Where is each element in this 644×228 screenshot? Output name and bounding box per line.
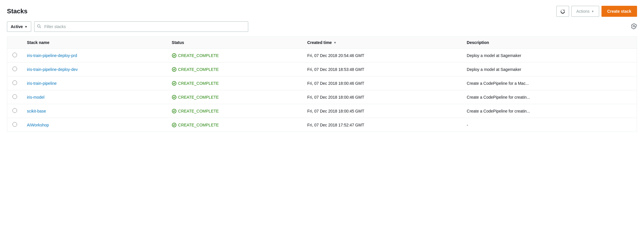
stack-link[interactable]: iris-train-pipeline-deploy-dev	[27, 67, 78, 72]
toolbar: Active ▼	[7, 21, 637, 32]
row-created: Fri, 07 Dec 2018 18:00:45 GMT	[303, 104, 462, 118]
row-description: Create a CodePipeline for a Mac...	[462, 76, 637, 90]
search-input[interactable]	[34, 21, 248, 32]
sort-arrow-icon: ▼	[334, 41, 336, 44]
row-status: CREATE_COMPLETE	[167, 49, 303, 62]
row-created: Fri, 07 Dec 2018 18:53:48 GMT	[303, 62, 462, 76]
stack-link[interactable]: iris-train-pipeline-deploy-prd	[27, 53, 77, 58]
actions-chevron-icon: ▼	[591, 10, 594, 13]
row-radio[interactable]	[12, 53, 17, 57]
settings-icon[interactable]	[631, 23, 637, 31]
row-select-cell[interactable]	[7, 49, 22, 62]
stacks-table: Stack name Status Created time ▼ Descrip…	[7, 37, 637, 132]
row-select-cell[interactable]	[7, 104, 22, 118]
search-icon	[37, 24, 41, 29]
filter-dropdown-button[interactable]: Active ▼	[7, 21, 31, 32]
row-select-cell[interactable]	[7, 118, 22, 132]
row-status: CREATE_COMPLETE	[167, 118, 303, 132]
row-select-cell[interactable]	[7, 76, 22, 90]
table-row: AIWorkshop CREATE_COMPLETE Fri, 07 Dec 2…	[7, 118, 637, 132]
search-wrapper	[34, 21, 248, 32]
col-select	[7, 37, 22, 49]
row-description: Deploy a model at Sagemaker	[462, 49, 637, 62]
status-text: CREATE_COMPLETE	[178, 53, 219, 58]
stack-link[interactable]: iris-train-pipeline	[27, 81, 57, 86]
stack-link[interactable]: scikit-base	[27, 109, 46, 113]
refresh-button[interactable]	[556, 6, 569, 17]
header: Stacks Actions ▼ Create stack	[7, 6, 637, 17]
row-stack-name: iris-model	[22, 90, 167, 104]
stacks-table-container: Stack name Status Created time ▼ Descrip…	[7, 36, 637, 132]
row-description: -	[462, 118, 637, 132]
row-description: Deploy a model at Sagemaker	[462, 62, 637, 76]
row-created: Fri, 07 Dec 2018 17:52:47 GMT	[303, 118, 462, 132]
col-created-time[interactable]: Created time ▼	[303, 37, 462, 49]
row-description: Create a CodePipeline for creatin...	[462, 104, 637, 118]
filter-label: Active	[11, 24, 23, 29]
page: Stacks Actions ▼ Create stack Active ▼	[0, 0, 644, 138]
table-header-row: Stack name Status Created time ▼ Descrip…	[7, 37, 637, 49]
filter-chevron-icon: ▼	[25, 25, 27, 28]
header-actions: Actions ▼ Create stack	[556, 6, 637, 17]
stack-link[interactable]: iris-model	[27, 95, 45, 100]
status-complete-icon	[172, 53, 176, 58]
status-complete-icon	[172, 81, 176, 86]
row-status: CREATE_COMPLETE	[167, 62, 303, 76]
status-text: CREATE_COMPLETE	[178, 123, 219, 127]
status-complete-icon	[172, 123, 176, 127]
row-description: Create a CodePipeline for creatin...	[462, 90, 637, 104]
row-created: Fri, 07 Dec 2018 18:00:46 GMT	[303, 90, 462, 104]
page-title: Stacks	[7, 8, 27, 15]
row-stack-name: AIWorkshop	[22, 118, 167, 132]
col-description: Description	[462, 37, 637, 49]
col-status: Status	[167, 37, 303, 49]
table-row: iris-model CREATE_COMPLETE Fri, 07 Dec 2…	[7, 90, 637, 104]
status-complete-icon	[172, 109, 176, 113]
actions-label: Actions	[576, 9, 590, 14]
row-stack-name: iris-train-pipeline-deploy-prd	[22, 49, 167, 62]
svg-line-1	[40, 27, 41, 28]
create-stack-button[interactable]: Create stack	[601, 6, 637, 17]
status-text: CREATE_COMPLETE	[178, 67, 219, 72]
actions-button[interactable]: Actions ▼	[571, 6, 599, 17]
status-complete-icon	[172, 67, 176, 72]
row-stack-name: iris-train-pipeline	[22, 76, 167, 90]
row-created: Fri, 07 Dec 2018 20:54:46 GMT	[303, 49, 462, 62]
table-row: iris-train-pipeline CREATE_COMPLETE Fri,…	[7, 76, 637, 90]
row-radio[interactable]	[12, 67, 17, 71]
row-stack-name: iris-train-pipeline-deploy-dev	[22, 62, 167, 76]
table-row: scikit-base CREATE_COMPLETE Fri, 07 Dec …	[7, 104, 637, 118]
row-radio[interactable]	[12, 108, 17, 113]
row-status: CREATE_COMPLETE	[167, 76, 303, 90]
table-row: iris-train-pipeline-deploy-dev CREATE_CO…	[7, 62, 637, 76]
status-complete-icon	[172, 95, 176, 100]
row-status: CREATE_COMPLETE	[167, 104, 303, 118]
status-text: CREATE_COMPLETE	[178, 95, 219, 100]
row-select-cell[interactable]	[7, 90, 22, 104]
table-row: iris-train-pipeline-deploy-prd CREATE_CO…	[7, 49, 637, 62]
status-text: CREATE_COMPLETE	[178, 81, 219, 86]
row-status: CREATE_COMPLETE	[167, 90, 303, 104]
row-created: Fri, 07 Dec 2018 18:00:46 GMT	[303, 76, 462, 90]
row-radio[interactable]	[12, 80, 17, 85]
row-stack-name: scikit-base	[22, 104, 167, 118]
col-stack-name: Stack name	[22, 37, 167, 49]
status-text: CREATE_COMPLETE	[178, 109, 219, 113]
stack-link[interactable]: AIWorkshop	[27, 123, 49, 127]
row-select-cell[interactable]	[7, 62, 22, 76]
row-radio[interactable]	[12, 94, 17, 99]
refresh-icon	[560, 9, 565, 14]
row-radio[interactable]	[12, 122, 17, 127]
toolbar-left: Active ▼	[7, 21, 631, 32]
